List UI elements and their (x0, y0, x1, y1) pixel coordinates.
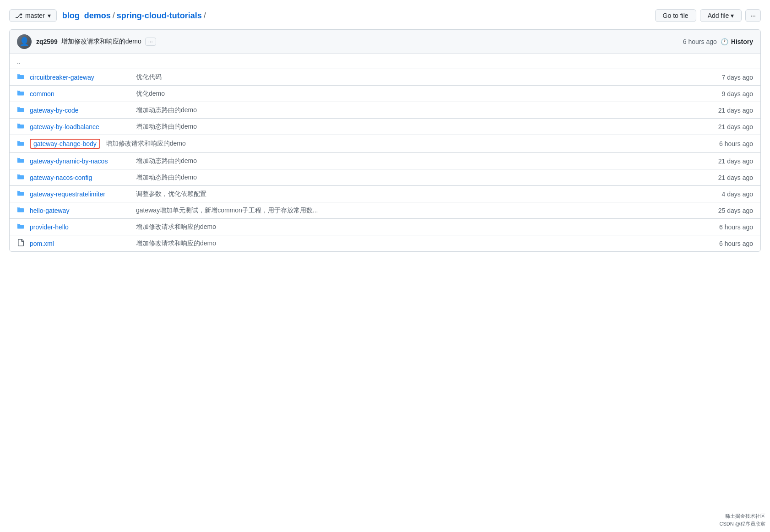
add-file-arrow: ▾ (731, 12, 734, 19)
file-commit-message: gateway增加单元测试，新增common子工程，用于存放常用数... (136, 206, 702, 215)
table-row: hello-gatewaygateway增加单元测试，新增common子工程，用… (10, 202, 760, 219)
add-file-button[interactable]: Add file ▾ (700, 9, 742, 22)
commit-message: 增加修改请求和响应的demo (61, 38, 141, 46)
branch-icon: ⎇ (15, 12, 22, 19)
folder-icon (17, 190, 24, 198)
file-commit-message: 增加动态路由的demo (136, 174, 702, 182)
avatar: 👤 (17, 34, 32, 49)
file-name[interactable]: gateway-nacos-config (30, 174, 130, 181)
breadcrumb-sep-2: / (204, 11, 206, 21)
table-row: provider-hello增加修改请求和响应的demo6 hours ago (10, 219, 760, 235)
file-commit-message: 优化demo (136, 90, 702, 98)
go-to-file-button[interactable]: Go to file (655, 9, 696, 22)
add-file-label: Add file (708, 12, 729, 19)
breadcrumb: blog_demos / spring-cloud-tutorials / (62, 11, 650, 21)
table-row: gateway-nacos-config增加动态路由的demo21 days a… (10, 169, 760, 186)
file-name[interactable]: hello-gateway (30, 207, 130, 214)
file-icon (17, 239, 24, 248)
breadcrumb-link-tutorials[interactable]: spring-cloud-tutorials (117, 11, 202, 21)
table-row: gateway-by-code增加动态路由的demo21 days ago (10, 102, 760, 119)
commit-meta: 6 hours ago 🕐 History (683, 38, 753, 45)
file-time: 4 days ago (707, 190, 753, 198)
breadcrumb-link-blog-demos[interactable]: blog_demos (62, 11, 111, 21)
breadcrumb-sep-1: / (113, 11, 115, 21)
file-time: 21 days ago (707, 174, 753, 181)
table-row: gateway-by-loadbalance增加动态路由的demo21 days… (10, 119, 760, 135)
file-name-highlighted[interactable]: gateway-change-body (30, 139, 100, 149)
toolbar-actions: Go to file Add file ▾ ··· (655, 9, 761, 22)
folder-icon (17, 122, 24, 131)
file-time: 6 hours ago (707, 240, 753, 247)
file-name[interactable]: gateway-dynamic-by-nacos (30, 157, 130, 165)
file-rows-container: circuitbreaker-gateway优化代码7 days ago com… (10, 69, 760, 251)
commit-time: 6 hours ago (683, 38, 717, 45)
parent-dir-row: .. (10, 54, 760, 69)
file-time: 6 hours ago (707, 223, 753, 231)
table-row: gateway-dynamic-by-nacos增加动态路由的demo21 da… (10, 153, 760, 169)
file-time: 7 days ago (707, 74, 753, 81)
history-clock-icon: 🕐 (721, 38, 728, 45)
file-commit-message: 调整参数，优化依赖配置 (136, 190, 702, 198)
folder-icon (17, 206, 24, 215)
commit-ellipsis-button[interactable]: ··· (145, 38, 156, 46)
history-link[interactable]: 🕐 History (721, 38, 753, 45)
file-time: 6 hours ago (707, 140, 753, 147)
file-name[interactable]: provider-hello (30, 223, 130, 231)
file-name[interactable]: circuitbreaker-gateway (30, 74, 130, 81)
avatar-image: 👤 (17, 34, 32, 49)
file-name[interactable]: gateway-requestratelimiter (30, 190, 130, 198)
folder-icon (17, 173, 24, 182)
history-label: History (731, 38, 753, 45)
commit-info: zq2599 增加修改请求和响应的demo ··· (36, 38, 678, 46)
file-commit-message: 优化代码 (136, 73, 702, 81)
file-name[interactable]: common (30, 90, 130, 98)
file-name[interactable]: gateway-by-code (30, 107, 130, 114)
file-commit-message: 增加修改请求和响应的demo (136, 239, 702, 248)
file-time: 25 days ago (707, 207, 753, 214)
file-name[interactable]: pom.xml (30, 240, 130, 247)
file-commit-message: 增加修改请求和响应的demo (106, 140, 702, 148)
file-commit-message: 增加动态路由的demo (136, 157, 702, 165)
folder-icon (17, 106, 24, 114)
folder-icon (17, 140, 24, 148)
folder-icon (17, 73, 24, 81)
commit-header: 👤 zq2599 增加修改请求和响应的demo ··· 6 hours ago … (10, 30, 760, 54)
file-time: 21 days ago (707, 107, 753, 114)
branch-selector[interactable]: ⎇ master ▾ (9, 9, 57, 22)
file-table: 👤 zq2599 增加修改请求和响应的demo ··· 6 hours ago … (9, 29, 761, 252)
folder-icon (17, 89, 24, 98)
file-name[interactable]: gateway-by-loadbalance (30, 123, 130, 130)
folder-icon (17, 223, 24, 231)
table-row: circuitbreaker-gateway优化代码7 days ago (10, 69, 760, 86)
commit-author: zq2599 (36, 38, 58, 45)
file-time: 21 days ago (707, 157, 753, 165)
more-options-button[interactable]: ··· (745, 9, 761, 22)
file-commit-message: 增加修改请求和响应的demo (136, 223, 702, 231)
toolbar: ⎇ master ▾ blog_demos / spring-cloud-tut… (9, 9, 761, 22)
file-time: 21 days ago (707, 123, 753, 130)
table-row: gateway-requestratelimiter调整参数，优化依赖配置4 d… (10, 186, 760, 202)
branch-label: master (25, 12, 45, 19)
file-commit-message: 增加动态路由的demo (136, 106, 702, 114)
parent-dir-text: .. (17, 58, 21, 65)
file-time: 9 days ago (707, 90, 753, 98)
branch-dropdown-icon: ▾ (48, 12, 51, 19)
table-row: gateway-change-body增加修改请求和响应的demo6 hours… (10, 135, 760, 153)
folder-icon (17, 157, 24, 165)
table-row: pom.xml增加修改请求和响应的demo6 hours ago (10, 235, 760, 251)
table-row: common优化demo9 days ago (10, 86, 760, 102)
file-commit-message: 增加动态路由的demo (136, 123, 702, 131)
